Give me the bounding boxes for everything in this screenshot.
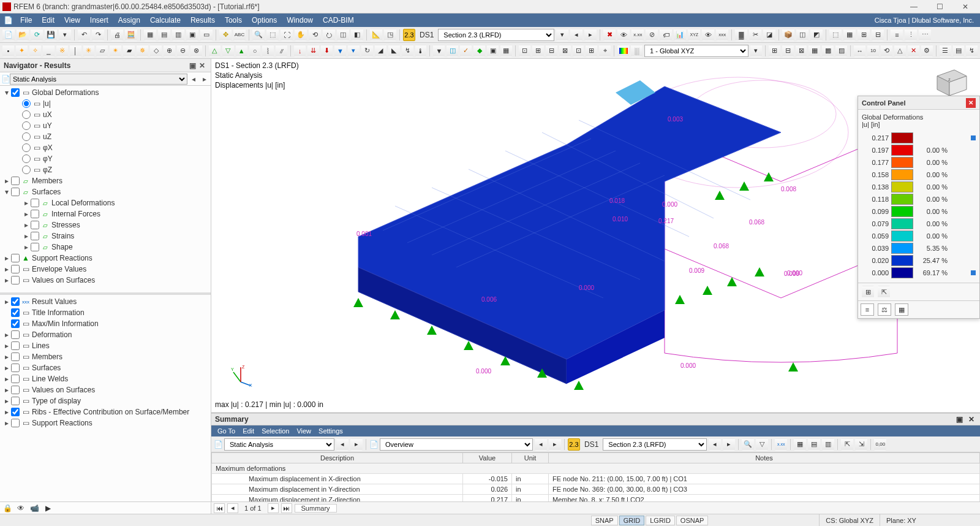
envelope-check[interactable] xyxy=(11,265,20,273)
menu-view[interactable]: View xyxy=(59,15,85,26)
tree-shape[interactable]: Shape xyxy=(51,243,211,251)
xxx-icon[interactable]: x.xx xyxy=(631,29,644,41)
legend-handle[interactable] xyxy=(971,135,976,140)
bp-export-icon[interactable]: ⇱ xyxy=(841,438,853,451)
surface-result-icon[interactable]: ◆ xyxy=(473,45,485,57)
snap2-icon[interactable]: ⊞ xyxy=(532,45,544,57)
strains-check[interactable] xyxy=(31,232,39,240)
tree-surfaces2[interactable]: Surfaces xyxy=(32,364,211,372)
xyz-icon[interactable]: XYZ xyxy=(688,29,700,41)
menu-results[interactable]: Results xyxy=(186,15,220,26)
panel-icon[interactable]: ▣ xyxy=(186,29,198,41)
zoom-in-icon[interactable]: 🔍 xyxy=(252,29,265,41)
prev-section-icon[interactable]: ◂ xyxy=(570,29,582,41)
load2-icon[interactable]: ⇊ xyxy=(307,45,319,57)
spark3-icon[interactable]: ※ xyxy=(56,45,68,57)
section-dropdown-icon[interactable]: ▾ xyxy=(556,29,568,41)
pan-icon[interactable]: ✋ xyxy=(295,29,307,41)
analysis-next-icon[interactable]: ▸ xyxy=(200,74,209,84)
tree-deformation[interactable]: Deformation xyxy=(32,330,211,339)
bp-find-icon[interactable]: 🔍 xyxy=(742,438,754,451)
tree-linewelds[interactable]: Line Welds xyxy=(32,375,211,383)
pointer-icon[interactable]: ✥ xyxy=(219,29,232,41)
cube-result-icon[interactable]: ▣ xyxy=(487,45,499,57)
spark6-icon[interactable]: ✵ xyxy=(137,45,148,57)
member-icon[interactable]: │ xyxy=(70,45,81,57)
tree-strains[interactable]: Strains xyxy=(51,232,211,240)
statusbar-snap[interactable]: SNAP xyxy=(591,516,618,525)
cube-icon[interactable]: ◳ xyxy=(384,29,396,41)
menu-cadbim[interactable]: CAD-BIM xyxy=(318,15,359,26)
tree-phiy[interactable]: φY xyxy=(43,154,211,163)
footer-eye-icon[interactable]: 👁 xyxy=(16,504,26,513)
solid-icon[interactable]: ▰ xyxy=(123,45,135,57)
results-visibility-icon[interactable]: 👁 xyxy=(617,29,630,41)
bp-overview-select[interactable]: Overview xyxy=(380,438,533,451)
radio-phiz[interactable] xyxy=(22,166,31,174)
spark5-icon[interactable]: ✴ xyxy=(110,45,121,57)
shape-check[interactable] xyxy=(31,243,39,251)
support2-icon[interactable]: ▽ xyxy=(222,45,234,57)
summary-menu-settings[interactable]: Settings xyxy=(315,427,347,435)
footer-camera-icon[interactable]: 📹 xyxy=(29,504,39,513)
bp-next3-icon[interactable]: ▸ xyxy=(723,438,735,451)
op1-icon[interactable]: ⊕ xyxy=(164,45,175,57)
load3-icon[interactable]: ⬇ xyxy=(321,45,333,57)
cp-tab-filter[interactable]: ▦ xyxy=(895,303,908,316)
viewport-3d[interactable]: DS1 - Section 2.3 (LRFD) Static Analysis… xyxy=(211,59,980,413)
table-row[interactable]: Maximum displacement in X-direction -0.0… xyxy=(212,474,980,484)
lines-check[interactable] xyxy=(11,341,20,350)
menu-file[interactable]: File xyxy=(15,15,37,26)
eye-icon[interactable]: 👁 xyxy=(702,29,714,41)
radio-phix[interactable] xyxy=(22,143,31,152)
rotate-icon[interactable]: ⭮ xyxy=(323,29,335,41)
refresh-icon[interactable]: ⟳ xyxy=(31,29,43,41)
radio-uy[interactable] xyxy=(22,121,31,130)
open-file-icon[interactable]: 📂 xyxy=(17,29,29,41)
local-def-check[interactable] xyxy=(31,199,39,207)
footer-play-icon[interactable]: ▶ xyxy=(43,504,53,513)
load6-icon[interactable]: ↻ xyxy=(361,45,373,57)
cp-tab-legend[interactable]: ≡ xyxy=(861,303,874,316)
iso-icon[interactable]: ◧ xyxy=(351,29,363,41)
summary-close-icon[interactable]: ✕ xyxy=(967,415,976,424)
tree-u[interactable]: |u| xyxy=(43,99,211,108)
dim4-icon[interactable]: △ xyxy=(894,45,906,57)
collapse-surfaces-icon[interactable]: ▾ xyxy=(2,188,11,196)
footer-lock-icon[interactable]: 🔒 xyxy=(2,504,12,513)
radio-uz[interactable] xyxy=(22,132,31,141)
support-reactions-check[interactable] xyxy=(11,254,20,262)
bp-grid1-icon[interactable]: ▦ xyxy=(794,438,806,451)
cp-tab-scale[interactable]: ⚖ xyxy=(878,303,891,316)
grid4-icon[interactable]: ▦ xyxy=(809,45,820,57)
tool-c-icon[interactable]: ⋯ xyxy=(919,29,931,41)
analysis-type-select[interactable]: Static Analysis xyxy=(10,74,187,85)
radio-ux[interactable] xyxy=(22,110,31,119)
global-deformations-check[interactable] xyxy=(11,88,20,97)
navigator-pin-icon[interactable]: ▣ xyxy=(187,61,197,71)
statusbar-grid[interactable]: GRID xyxy=(619,516,645,525)
menu-options[interactable]: Options xyxy=(247,15,282,26)
table-row[interactable]: Maximum displacement in Z-direction 0.21… xyxy=(212,495,980,502)
new-file-icon[interactable]: 📄 xyxy=(2,29,15,41)
spring-icon[interactable]: ⦚ xyxy=(262,45,274,57)
op3-icon[interactable]: ⊗ xyxy=(190,45,202,57)
arrow-icon[interactable]: ↯ xyxy=(966,45,978,57)
tree-vos2[interactable]: Values on Surfaces xyxy=(32,386,211,394)
support3-icon[interactable]: ▲ xyxy=(236,45,247,57)
tree-internal-forces[interactable]: Internal Forces xyxy=(51,210,211,218)
tree-uy[interactable]: uY xyxy=(43,121,211,130)
summary-menu-edit[interactable]: Edit xyxy=(239,427,258,435)
redo-icon[interactable]: ↷ xyxy=(92,29,104,41)
table-row[interactable]: Maximum displacement in Y-direction 0.02… xyxy=(212,484,980,495)
bp-grid3-icon[interactable]: ▥ xyxy=(822,438,834,451)
bp-analysis-select[interactable]: Static Analysis xyxy=(224,438,334,451)
summary-menu-selection[interactable]: Selection xyxy=(258,427,293,435)
deformation-check[interactable] xyxy=(11,330,20,339)
control-panel-close-icon[interactable]: ✕ xyxy=(966,98,976,108)
maximize-button[interactable]: ☐ xyxy=(927,1,952,13)
tree-title-info[interactable]: Title Information xyxy=(32,308,211,317)
tree-phix[interactable]: φX xyxy=(43,143,211,152)
bp-import-icon[interactable]: ⇲ xyxy=(855,438,867,451)
select-all-icon[interactable]: ▦ xyxy=(843,29,856,41)
